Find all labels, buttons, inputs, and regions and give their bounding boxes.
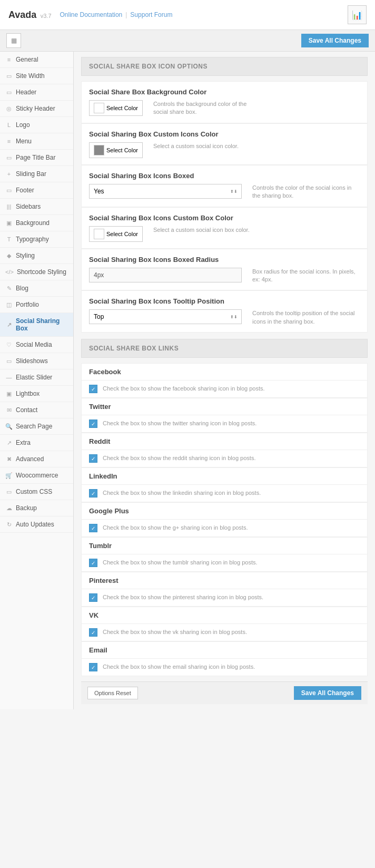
custom-box-color-button[interactable]: Select Color bbox=[89, 226, 143, 242]
sidebar-item-shortcode-styling[interactable]: </> Shortcode Styling bbox=[0, 264, 73, 280]
sidebar-item-lightbox[interactable]: ▣ Lightbox bbox=[0, 386, 73, 402]
share-item-body-email: Check the box to show the email sharing … bbox=[82, 659, 367, 676]
sidebar-item-search-page[interactable]: 🔍 Search Page bbox=[0, 418, 73, 435]
tumblr-checkbox[interactable] bbox=[89, 559, 97, 567]
option-content-tooltip-position: Top Bottom Left Right Controls the toolt… bbox=[89, 309, 360, 326]
pinterest-checkbox[interactable] bbox=[89, 593, 97, 602]
sidebar-label-custom-css: Custom CSS bbox=[16, 488, 52, 495]
sidebar-label-blog: Blog bbox=[16, 285, 28, 292]
brand-version: v3.7 bbox=[41, 13, 52, 19]
advanced-icon: ✖ bbox=[5, 456, 13, 463]
sidebar-item-social-media[interactable]: ♡ Social Media bbox=[0, 337, 73, 353]
option-desc-tooltip-position: Controls the tooltip position of the soc… bbox=[252, 309, 358, 326]
option-content-icons-boxed: Yes No Controls the color of the social … bbox=[89, 184, 360, 200]
sidebar-item-sliding-bar[interactable]: + Sliding Bar bbox=[0, 166, 73, 182]
share-label-facebook: Facebook bbox=[89, 368, 360, 376]
sidebar-item-styling[interactable]: ◆ Styling bbox=[0, 248, 73, 264]
save-all-button-bottom[interactable]: Save All Changes bbox=[294, 686, 361, 700]
reddit-checkbox[interactable] bbox=[89, 454, 97, 463]
logo-icon: L bbox=[5, 122, 13, 128]
bg-color-swatch bbox=[94, 103, 104, 113]
save-all-button-top[interactable]: Save All Changes bbox=[301, 34, 369, 47]
sidebar-label-footer: Footer bbox=[16, 187, 34, 194]
links-section: SOCIAL SHARE BOX LINKS Facebook Check th… bbox=[81, 339, 368, 676]
reddit-desc: Check the box to show the reddit sharing… bbox=[103, 454, 255, 462]
option-bg-color: Social Share Box Background Color Select… bbox=[81, 81, 368, 123]
facebook-checkbox[interactable] bbox=[89, 385, 97, 393]
elastic-slider-icon: — bbox=[5, 374, 13, 381]
sidebar-item-footer[interactable]: ▭ Footer bbox=[0, 182, 73, 199]
sidebar-item-site-width[interactable]: ▭ Site Width bbox=[0, 68, 73, 84]
sidebar-item-logo[interactable]: L Logo bbox=[0, 117, 73, 133]
sidebar-label-contact: Contact bbox=[16, 406, 37, 414]
sidebar-label-typography: Typography bbox=[16, 236, 49, 243]
links-section-title: SOCIAL SHARE BOX LINKS bbox=[89, 345, 360, 352]
share-item-header-email: Email bbox=[82, 642, 367, 659]
sticky-header-icon: ◎ bbox=[5, 105, 13, 112]
option-content-boxed-radius: Box radius for the social icons. In pixe… bbox=[89, 268, 360, 284]
lightbox-icon: ▣ bbox=[5, 391, 13, 397]
icons-boxed-select[interactable]: Yes No bbox=[89, 184, 242, 199]
site-width-icon: ▭ bbox=[5, 73, 13, 80]
typography-icon: T bbox=[5, 236, 13, 242]
slideshows-icon: ▭ bbox=[5, 358, 13, 365]
option-desc-icons-boxed: Controls the color of the social icons i… bbox=[252, 184, 358, 200]
backup-icon: ☁ bbox=[5, 505, 13, 512]
linkedin-checkbox[interactable] bbox=[89, 489, 97, 498]
sidebar-item-contact[interactable]: ✉ Contact bbox=[0, 402, 73, 418]
bg-color-button[interactable]: Select Color bbox=[89, 100, 143, 116]
doc-link[interactable]: Online Documentation bbox=[60, 11, 123, 18]
general-icon: ≡ bbox=[5, 56, 13, 63]
option-control-bg-color: Select Color bbox=[89, 100, 143, 116]
header-icon[interactable]: 📊 bbox=[348, 5, 367, 24]
sidebar-item-page-title-bar[interactable]: ▭ Page Title Bar bbox=[0, 150, 73, 166]
option-content-custom-box-color: Select Color Select a custom social icon… bbox=[89, 226, 360, 242]
email-desc: Check the box to show the email sharing … bbox=[103, 663, 255, 671]
sidebar-item-social-sharing-box[interactable]: ↗ Social Sharing Box bbox=[0, 313, 73, 337]
custom-icons-color-button[interactable]: Select Color bbox=[89, 142, 143, 158]
sidebar-label-sticky-header: Sticky Header bbox=[16, 105, 55, 112]
link-separator: | bbox=[125, 11, 127, 18]
share-item-header-google-plus: Google Plus bbox=[82, 503, 367, 520]
woocommerce-icon: 🛒 bbox=[5, 472, 13, 479]
sidebar-item-slideshows[interactable]: ▭ Slideshows bbox=[0, 353, 73, 369]
sidebar-item-custom-css[interactable]: ▭ Custom CSS bbox=[0, 484, 73, 500]
sidebar-item-sticky-header[interactable]: ◎ Sticky Header bbox=[0, 101, 73, 117]
sidebar-item-menu[interactable]: ≡ Menu bbox=[0, 133, 73, 150]
sidebar-item-backup[interactable]: ☁ Backup bbox=[0, 500, 73, 516]
social-media-icon: ♡ bbox=[5, 342, 13, 348]
sidebar-item-blog[interactable]: ✎ Blog bbox=[0, 280, 73, 297]
sidebar-item-advanced[interactable]: ✖ Advanced bbox=[0, 451, 73, 467]
sidebar-item-portfolio[interactable]: ◫ Portfolio bbox=[0, 297, 73, 313]
support-link[interactable]: Support Forum bbox=[130, 11, 172, 18]
sidebar-item-typography[interactable]: T Typography bbox=[0, 231, 73, 248]
icons-boxed-select-wrapper: Yes No bbox=[89, 184, 242, 199]
sidebar-item-header[interactable]: ▭ Header bbox=[0, 84, 73, 101]
sidebar-item-woocommerce[interactable]: 🛒 Woocommerce bbox=[0, 467, 73, 484]
sidebar-label-lightbox: Lightbox bbox=[16, 390, 40, 397]
email-checkbox[interactable] bbox=[89, 663, 97, 671]
sidebar-item-general[interactable]: ≡ General bbox=[0, 52, 73, 68]
google-plus-checkbox[interactable] bbox=[89, 524, 97, 532]
sidebar-item-auto-updates[interactable]: ↻ Auto Updates bbox=[0, 516, 73, 533]
share-label-vk: VK bbox=[89, 611, 360, 619]
sidebar-item-elastic-slider[interactable]: — Elastic Slider bbox=[0, 369, 73, 386]
share-item-reddit: Reddit Check the box to show the reddit … bbox=[81, 433, 368, 467]
option-content-custom-icons-color: Select Color Select a custom social icon… bbox=[89, 142, 360, 158]
share-item-facebook: Facebook Check the box to show the faceb… bbox=[81, 363, 368, 398]
panel-icon[interactable]: ▦ bbox=[6, 33, 21, 48]
vk-checkbox[interactable] bbox=[89, 628, 97, 637]
boxed-radius-input[interactable] bbox=[89, 268, 242, 282]
share-item-twitter: Twitter Check the box to show the twitte… bbox=[81, 398, 368, 433]
sidebar-item-extra[interactable]: ↗ Extra bbox=[0, 435, 73, 451]
social-sharing-icon: ↗ bbox=[5, 321, 13, 328]
sidebar-item-sidebars[interactable]: ||| Sidebars bbox=[0, 199, 73, 215]
custom-box-color-swatch bbox=[94, 229, 104, 239]
options-reset-button[interactable]: Options Reset bbox=[87, 687, 138, 699]
search-page-icon: 🔍 bbox=[5, 423, 13, 430]
sidebar-item-background[interactable]: ▣ Background bbox=[0, 215, 73, 231]
tooltip-position-select[interactable]: Top Bottom Left Right bbox=[89, 309, 242, 324]
sidebar-label-woocommerce: Woocommerce bbox=[16, 472, 58, 479]
twitter-checkbox[interactable] bbox=[89, 420, 97, 428]
bg-color-label: Select Color bbox=[106, 105, 138, 111]
